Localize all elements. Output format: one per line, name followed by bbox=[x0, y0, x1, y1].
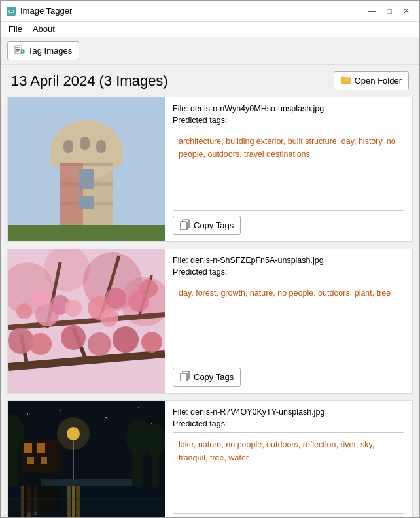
svg-rect-76 bbox=[41, 479, 132, 486]
maximize-button[interactable]: □ bbox=[381, 5, 397, 18]
svg-rect-55 bbox=[181, 373, 187, 381]
predicted-label-1: Predicted tags: bbox=[173, 268, 404, 277]
svg-point-40 bbox=[100, 309, 118, 327]
image-info-1: File: denis-n-ShSFZEpFn5A-unsplash.jpg P… bbox=[165, 249, 412, 393]
image-thumb-0 bbox=[8, 97, 165, 241]
svg-point-49 bbox=[29, 333, 52, 355]
main-window: 🏷 Image Tagger — □ ✕ File About bbox=[0, 0, 420, 518]
svg-rect-69 bbox=[24, 443, 32, 453]
image-thumb-1 bbox=[8, 249, 165, 393]
svg-rect-14 bbox=[63, 140, 73, 153]
copy-icon-1 bbox=[180, 371, 190, 383]
copy-tags-button-1[interactable]: Copy Tags bbox=[173, 368, 241, 387]
menu-file[interactable]: File bbox=[3, 23, 27, 35]
svg-rect-9 bbox=[341, 78, 351, 82]
tag-images-icon bbox=[14, 44, 25, 57]
svg-point-53 bbox=[141, 332, 162, 353]
open-folder-button[interactable]: Open Folder bbox=[334, 71, 409, 90]
copy-tags-label-0: Copy Tags bbox=[194, 220, 234, 230]
svg-rect-81 bbox=[21, 486, 24, 517]
tags-box-0: architecture, building exterior, built s… bbox=[173, 129, 404, 211]
svg-rect-79 bbox=[72, 486, 75, 517]
svg-point-42 bbox=[139, 279, 158, 298]
svg-text:🏷: 🏷 bbox=[8, 8, 14, 15]
date-title: 13 April 2024 (3 Images) bbox=[11, 73, 168, 90]
svg-point-51 bbox=[88, 332, 111, 356]
svg-rect-70 bbox=[37, 443, 45, 453]
svg-point-52 bbox=[113, 326, 139, 353]
copy-tags-label-1: Copy Tags bbox=[194, 372, 234, 382]
copy-tags-button-0[interactable]: Copy Tags bbox=[173, 216, 241, 235]
predicted-label-0: Predicted tags: bbox=[173, 116, 404, 125]
menu-bar: File About bbox=[1, 22, 419, 37]
svg-rect-78 bbox=[67, 486, 71, 517]
svg-point-59 bbox=[105, 417, 107, 418]
svg-point-61 bbox=[151, 423, 152, 424]
file-name-2: File: denis-n-R7V4OY0KyTY-unsplash.jpg bbox=[173, 407, 404, 417]
close-button[interactable]: ✕ bbox=[398, 5, 414, 18]
tag-images-label: Tag Images bbox=[28, 46, 72, 56]
svg-rect-25 bbox=[181, 222, 187, 230]
tag-images-button[interactable]: Tag Images bbox=[7, 41, 79, 60]
image-card-0: File: denis-n-nWyn4y0MHso-unsplash.jpg P… bbox=[7, 97, 413, 242]
image-info-0: File: denis-n-nWyn4y0MHso-unsplash.jpg P… bbox=[165, 97, 412, 241]
tags-box-1: day, forest, growth, nature, no people, … bbox=[173, 281, 404, 362]
svg-point-44 bbox=[16, 303, 32, 319]
menu-about[interactable]: About bbox=[27, 23, 60, 35]
svg-rect-80 bbox=[76, 486, 80, 517]
svg-point-60 bbox=[138, 407, 139, 408]
tags-box-2: lake, nature, no people, outdoors, refle… bbox=[173, 432, 404, 514]
title-bar: 🏷 Image Tagger — □ ✕ bbox=[1, 1, 419, 22]
window-title: Image Tagger bbox=[20, 6, 72, 16]
file-name-1: File: denis-n-ShSFZEpFn5A-unsplash.jpg bbox=[173, 256, 404, 265]
svg-point-37 bbox=[31, 289, 50, 307]
minimize-button[interactable]: — bbox=[364, 5, 380, 18]
image-card-1: File: denis-n-ShSFZEpFn5A-unsplash.jpg P… bbox=[7, 249, 413, 394]
title-bar-controls: — □ ✕ bbox=[364, 5, 414, 18]
content-header: 13 April 2024 (3 Images) Open Folder bbox=[1, 65, 419, 94]
svg-point-58 bbox=[60, 410, 61, 411]
svg-rect-72 bbox=[41, 457, 47, 464]
images-scroll-area[interactable]: File: denis-n-nWyn4y0MHso-unsplash.jpg P… bbox=[1, 94, 419, 517]
file-name-0: File: denis-n-nWyn4y0MHso-unsplash.jpg bbox=[173, 104, 404, 113]
image-info-2: File: denis-n-R7V4OY0KyTY-unsplash.jpg P… bbox=[165, 401, 412, 517]
svg-point-39 bbox=[105, 288, 126, 309]
toolbar: Tag Images bbox=[1, 37, 419, 65]
svg-point-57 bbox=[27, 413, 28, 415]
svg-rect-71 bbox=[27, 457, 34, 464]
app-icon: 🏷 bbox=[6, 6, 16, 16]
svg-point-67 bbox=[145, 424, 165, 457]
svg-rect-23 bbox=[8, 225, 165, 241]
svg-rect-21 bbox=[79, 169, 94, 189]
svg-rect-22 bbox=[79, 196, 94, 209]
svg-rect-15 bbox=[80, 137, 90, 150]
svg-point-50 bbox=[61, 325, 86, 350]
copy-icon-0 bbox=[180, 219, 190, 232]
image-card-2: File: denis-n-R7V4OY0KyTY-unsplash.jpg P… bbox=[7, 400, 413, 517]
folder-icon bbox=[341, 75, 351, 87]
image-thumb-2 bbox=[8, 401, 165, 517]
open-folder-label: Open Folder bbox=[355, 76, 402, 86]
svg-point-43 bbox=[65, 300, 82, 317]
svg-point-75 bbox=[57, 417, 90, 450]
svg-rect-16 bbox=[96, 140, 106, 153]
predicted-label-2: Predicted tags: bbox=[173, 419, 404, 428]
title-bar-left: 🏷 Image Tagger bbox=[6, 6, 72, 16]
